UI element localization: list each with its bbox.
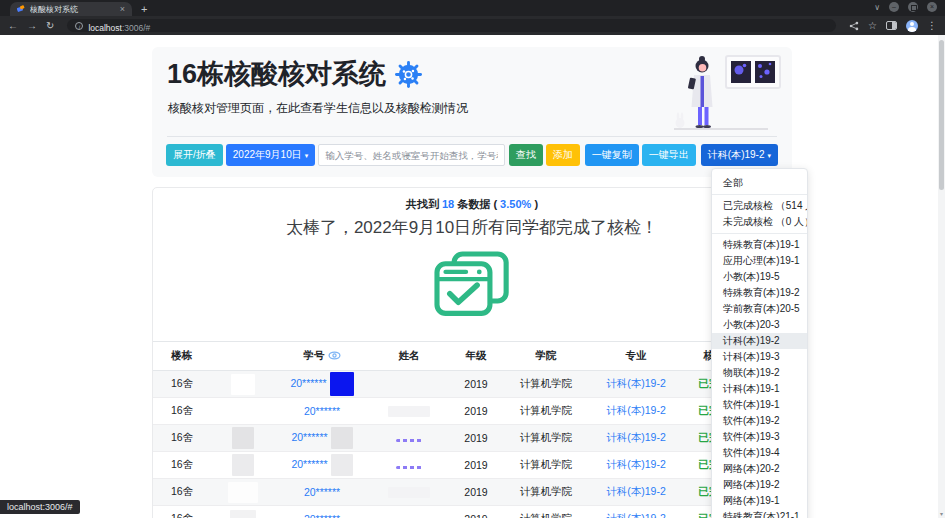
profile-avatar[interactable] xyxy=(906,20,918,32)
redaction-block xyxy=(228,482,258,503)
col-building: 楼栋 xyxy=(153,342,211,371)
dropdown-item-class[interactable]: 特殊教育(本)19-2 xyxy=(712,285,807,301)
dropdown-item-completed[interactable]: 已完成核检 （514 人） xyxy=(712,198,807,214)
dropdown-item-class[interactable]: 计科(本)19-1 xyxy=(712,381,807,397)
col-room-redacted xyxy=(211,342,275,371)
dropdown-divider xyxy=(712,233,807,234)
forward-icon[interactable]: → xyxy=(27,21,37,31)
dropdown-item-class[interactable]: 特殊教育(本)19-1 xyxy=(712,237,807,253)
site-info-icon[interactable]: i xyxy=(75,22,83,30)
redaction-block xyxy=(232,454,254,476)
redaction-block xyxy=(232,427,254,449)
dropdown-item-class[interactable]: 网络(本)20-2 xyxy=(712,461,807,477)
major-link[interactable]: 计科(本)19-2 xyxy=(606,512,666,518)
copy-all-button[interactable]: 一键复制 xyxy=(585,144,639,166)
scrollbar-down-arrow-icon[interactable]: ▾ xyxy=(938,510,945,518)
browser-tab[interactable]: 核酸核对系统 × xyxy=(10,2,132,16)
expand-collapse-button[interactable]: 展开/折叠 xyxy=(166,144,223,166)
back-icon[interactable]: ← xyxy=(8,21,18,31)
page-scrollbar[interactable]: ▾ xyxy=(938,35,945,518)
tab-close-icon[interactable]: × xyxy=(120,5,125,14)
student-id-link[interactable]: 20****** xyxy=(304,405,340,417)
find-button[interactable]: 查找 xyxy=(509,144,543,166)
table-row: 16舍 20****** 2019 计算机学院 计科(本)19-2 已完成 xyxy=(153,506,791,518)
result-percent: 3.50% xyxy=(500,198,531,210)
menu-kebab-icon[interactable]: ⋮ xyxy=(927,21,937,31)
student-id-link[interactable]: 20****** xyxy=(290,377,326,389)
dropdown-item-class[interactable]: 小教(本)19-5 xyxy=(712,269,807,285)
redaction-scribble xyxy=(396,466,422,469)
major-link[interactable]: 计科(本)19-2 xyxy=(606,377,666,389)
link-status-tooltip: localhost:3006/# xyxy=(0,500,80,514)
window-minimize-button[interactable]: – xyxy=(889,2,899,12)
dropdown-item-class-selected[interactable]: 计科(本)19-2 xyxy=(712,333,807,349)
dropdown-item-class[interactable]: 软件(本)19-3 xyxy=(712,429,807,445)
major-link[interactable]: 计科(本)19-2 xyxy=(606,485,666,497)
dropdown-item-class[interactable]: 学前教育(本)20-5 xyxy=(712,301,807,317)
reload-icon[interactable]: ↻ xyxy=(46,21,54,31)
doctor-illustration xyxy=(656,51,784,133)
major-link[interactable]: 计科(本)19-2 xyxy=(606,404,666,416)
dropdown-item-class[interactable]: 物联(本)19-2 xyxy=(712,365,807,381)
student-id-link[interactable]: 20****** xyxy=(304,513,340,518)
dropdown-item-class[interactable]: 应用心理(本)19-1 xyxy=(712,253,807,269)
dropdown-item-class[interactable]: 软件(本)19-1 xyxy=(712,397,807,413)
redaction-block xyxy=(331,427,353,449)
dropdown-item-class[interactable]: 网络(本)19-2 xyxy=(712,477,807,493)
caret-down-icon: ▾ xyxy=(767,152,771,159)
table-row: 16舍 20****** 2019 计算机学院 计科(本)19-2 已完成 xyxy=(153,425,791,452)
major-link[interactable]: 计科(本)19-2 xyxy=(606,431,666,443)
dropdown-item-class[interactable]: 软件(本)19-4 xyxy=(712,445,807,461)
scrollbar-thumb[interactable] xyxy=(939,40,944,190)
bookmark-star-icon[interactable]: ☆ xyxy=(868,21,877,31)
window-maximize-button[interactable] xyxy=(908,2,918,12)
page-content: 16栋核酸核对系统 核酸核对管理页面，在此查看学生信息以及核酸检测情况 xyxy=(0,35,945,518)
window-close-button[interactable]: × xyxy=(927,2,937,12)
col-major: 专业 xyxy=(589,342,683,371)
search-input[interactable] xyxy=(318,144,505,166)
page-title: 16栋核酸核对系统 xyxy=(167,56,386,92)
dropdown-item-class[interactable]: 软件(本)19-2 xyxy=(712,413,807,429)
table-row: 16舍 20****** 2019 计算机学院 计科(本)19-2 已完成 xyxy=(153,398,791,425)
class-filter-button[interactable]: 计科(本)19-2▾ xyxy=(701,144,778,166)
student-id-link[interactable]: 20****** xyxy=(304,486,340,498)
url-path: :3006/# xyxy=(122,23,150,33)
sidepanel-icon[interactable] xyxy=(886,21,897,30)
date-dropdown-button[interactable]: 2022年9月10日▾ xyxy=(226,144,315,166)
address-bar[interactable]: i localhost:3006/# xyxy=(67,19,836,32)
toolbar: 展开/折叠 2022年9月10日▾ 查找 添加 一键复制 一键导出 计科(本)1… xyxy=(166,144,778,166)
student-id-link[interactable]: 20****** xyxy=(291,431,327,443)
dropdown-divider xyxy=(712,194,807,195)
dropdown-item-class[interactable]: 计科(本)19-3 xyxy=(712,349,807,365)
col-student-id: 学号 xyxy=(275,342,369,371)
dropdown-item-all[interactable]: 全部 xyxy=(712,175,807,191)
col-college: 学院 xyxy=(503,342,589,371)
redaction-block xyxy=(388,406,430,417)
redaction-block xyxy=(230,510,256,518)
table-row: 16舍 20****** 2019 计算机学院 计科(本)19-2 已完成 xyxy=(153,452,791,479)
class-filter-dropdown: 全部 已完成核检 （514 人） 未完成核检 （0 人） 特殊教育(本)19-1… xyxy=(711,168,808,518)
dropdown-item-uncompleted[interactable]: 未完成核检 （0 人） xyxy=(712,214,807,230)
export-button[interactable]: 一键导出 xyxy=(642,144,696,166)
tab-favicon xyxy=(17,5,25,13)
col-name: 姓名 xyxy=(369,342,449,371)
tab-search-icon[interactable]: ∨ xyxy=(874,3,880,12)
table-row: 16舍 20****** 2019 计算机学院 计科(本)19-2 已完成 xyxy=(153,371,791,398)
major-link[interactable]: 计科(本)19-2 xyxy=(606,458,666,470)
student-id-link[interactable]: 20****** xyxy=(291,458,327,470)
hero-card: 16栋核酸核对系统 核酸核对管理页面，在此查看学生信息以及核酸检测情况 xyxy=(152,47,792,177)
redaction-block xyxy=(388,487,430,498)
dropdown-item-class[interactable]: 特殊教育(本)21-1 xyxy=(712,509,807,518)
add-button[interactable]: 添加 xyxy=(546,144,580,166)
share-icon[interactable] xyxy=(849,21,859,31)
browser-navbar: ← → ↻ i localhost:3006/# ☆ ⋮ xyxy=(0,16,945,35)
virus-icon xyxy=(395,61,422,88)
table-header-row: 楼栋 学号 姓名 年级 学院 专业 核检 xyxy=(153,342,791,371)
eye-icon[interactable] xyxy=(328,351,341,360)
students-table: 楼栋 学号 姓名 年级 学院 专业 核检 16舍 xyxy=(153,341,791,518)
redaction-block xyxy=(331,454,353,476)
dropdown-item-class[interactable]: 小教(本)20-3 xyxy=(712,317,807,333)
new-tab-button[interactable]: + xyxy=(141,2,147,16)
dropdown-item-class[interactable]: 网络(本)19-1 xyxy=(712,493,807,509)
page-title-row: 16栋核酸核对系统 xyxy=(167,56,422,92)
